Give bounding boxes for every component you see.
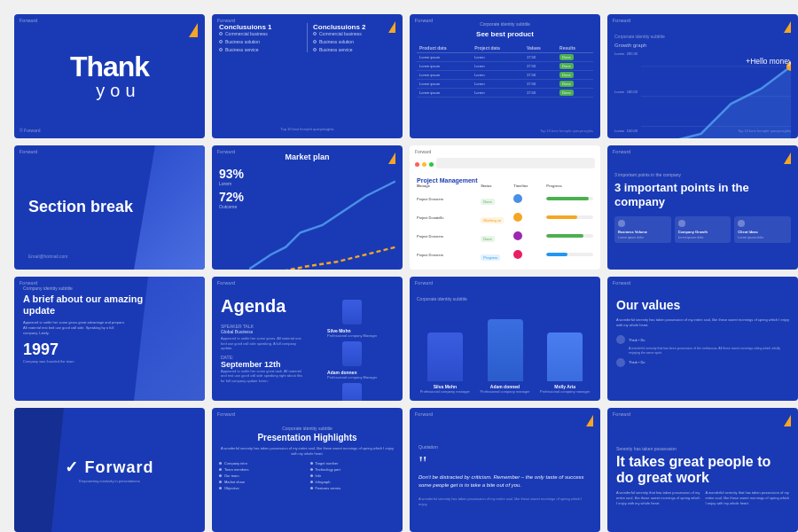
point-label: Business Volume	[618, 230, 668, 234]
concl-item: Business solution	[219, 39, 301, 44]
concl-dot	[219, 40, 223, 43]
great-content: Serenity has taken possession It takes g…	[616, 446, 789, 506]
point-item: Company Growth Lorem ipsum dolor	[675, 216, 732, 243]
col-values: Values	[524, 43, 557, 53]
slide-brand-1: Forward	[20, 18, 37, 23]
list-item: Target number	[310, 461, 396, 466]
pm-project-name: Project Donatello	[417, 215, 479, 220]
concl-item: Commercial business	[313, 31, 395, 36]
slide-graph[interactable]: Forward Corporate identity subtitle Grow…	[607, 14, 798, 138]
pm-title: Project Management	[417, 177, 593, 184]
pm-avatars	[513, 213, 544, 222]
product-subtitle: Corporate identity subtitle	[417, 21, 593, 27]
slide-team[interactable]: Forward Corporate identity subtitle Silv…	[410, 277, 600, 401]
agenda-speakers: Silve Mohn Professional company Manager …	[311, 296, 395, 392]
slide-brand-15: Forward	[415, 411, 433, 417]
graph-label-item: Lorem180,00	[614, 90, 638, 94]
pm-dot-red	[415, 162, 419, 167]
list-item: Company intro	[219, 461, 305, 466]
slide-agenda[interactable]: Forward Agenda Speaker Talk Global Busin…	[212, 277, 403, 401]
status-badge: Done	[481, 236, 495, 242]
speaker-avatar	[342, 300, 362, 325]
slide-3points[interactable]: Forward 3 important points in the compan…	[607, 145, 798, 270]
highlight-text: Features serves	[316, 486, 341, 490]
status-badge: Progress	[481, 254, 500, 261]
list-item: Infograph	[310, 480, 396, 484]
speaker-card: Silve Mohn Professional company Manager	[311, 300, 395, 338]
triangle-decoration-1	[189, 23, 198, 37]
concl-item: Business solution	[313, 39, 395, 44]
list-dot	[219, 462, 222, 465]
slide-values[interactable]: Forward Our values A wonderful serenity …	[607, 277, 798, 401]
slide-brand-11: Forward	[415, 280, 433, 286]
market-stats: 93% Lorem 72% Outcome	[219, 167, 244, 270]
status-badge: Done	[559, 90, 574, 96]
points-subtitle: 3 important points in the company	[614, 172, 791, 177]
member-image	[488, 319, 523, 381]
list-dot	[310, 474, 313, 477]
member-image	[547, 332, 583, 381]
market-stat-2: 72% Outcome	[219, 190, 244, 209]
avatar	[513, 194, 522, 203]
slide-pm[interactable]: Forward Project Management Manage Status…	[410, 145, 600, 270]
avatar	[513, 250, 522, 259]
slide-market[interactable]: Forward Market plan 93% Lorem 72% Outcom…	[212, 145, 403, 270]
table-row: Project Donorem Progress	[417, 246, 593, 262]
status-badge: Done	[559, 54, 574, 60]
member-role: Professional company manager	[420, 389, 470, 394]
slide-thank-you[interactable]: Forward Thank you © Forward	[14, 14, 205, 138]
slide-greatpeople[interactable]: Forward Serenity has taken possession It…	[607, 408, 798, 532]
pm-project-name: Project Donorem	[417, 253, 479, 257]
avatar	[513, 231, 522, 240]
speaker-avatar	[342, 383, 362, 401]
table-row: Project Donorem Done	[417, 191, 593, 207]
table-row: Project Donatello Working on	[417, 209, 593, 225]
highlight-text: Company intro	[224, 461, 247, 466]
list-dot	[219, 481, 222, 483]
product-title: See best product	[417, 30, 593, 38]
speaker-card: Molly Aria Professional company Manager	[311, 383, 395, 401]
slide-product[interactable]: Forward Corporate identity subtitle See …	[410, 14, 600, 138]
quote-source: A wonderful serenity has taken possessio…	[419, 497, 591, 506]
concl-item: Business service	[313, 47, 395, 52]
team-members: Silva Mohn Professional company manager …	[417, 307, 593, 394]
concl-divider	[307, 23, 308, 52]
list-dot	[310, 468, 313, 471]
team-subtitle: Corporate identity subtitle	[417, 296, 593, 301]
slide-conclusions[interactable]: Forward Conclusuions 1 Commercial busine…	[212, 14, 403, 138]
market-title: Market plan	[219, 153, 395, 161]
point-item: Client Ideas Lorem ipsum dolor	[734, 216, 791, 243]
slides-grid: Forward Thank you © Forward Forward Conc…	[0, 0, 798, 532]
slide-company[interactable]: Forward Company identity subtitle A brie…	[14, 277, 205, 401]
highlights-content: Corporate identity subtitle Presentation…	[219, 426, 395, 492]
slide-brand-5: Forward	[20, 149, 37, 154]
pm-project-name: Project Donorem	[417, 197, 479, 201]
highlights-col-2: Target number Technology part Info Infog…	[310, 461, 396, 492]
highlight-text: Market share	[224, 480, 245, 484]
highlight-text: Target number	[316, 461, 339, 466]
speaker-role: Professional company Manager	[327, 375, 377, 379]
slide-brand-10: Forward	[217, 280, 235, 286]
thank-heading: Thank	[70, 52, 149, 81]
team-member: Adam donned Professional company manager	[477, 319, 534, 394]
quote-mark: "	[419, 452, 591, 473]
pm-avatars	[513, 231, 544, 240]
status-badge: Done	[559, 63, 574, 69]
agenda-date: Date: September 12th Appeared to settle …	[221, 355, 304, 384]
slide-highlights[interactable]: Forward Corporate identity subtitle Pres…	[212, 408, 403, 532]
agenda-layout: Agenda Speaker Talk Global Business Appe…	[221, 286, 394, 392]
concl-footer: Top 10 best formpht queryinsights	[212, 127, 403, 131]
agenda-date-value: September 12th	[221, 360, 304, 369]
slide-forward[interactable]: ✓ Forward Empowering creativity in prese…	[14, 408, 205, 532]
section-collage	[134, 145, 205, 270]
triangle-2	[388, 21, 395, 33]
col-results: Results	[557, 43, 593, 53]
slide-section-break[interactable]: Forward Section break Email@hotmail.com	[14, 145, 205, 270]
concl-title-2: Conclusuions 2	[313, 23, 395, 31]
you-heading: you	[88, 81, 149, 101]
slide-brand-8: Forward	[613, 149, 630, 154]
points-list: Business Volume Lorem ipsum dolor Compan…	[614, 216, 791, 243]
graph-label-item: Lorem150,00	[614, 129, 638, 133]
great-subtitle: Serenity has taken possession	[616, 446, 789, 451]
slide-quote[interactable]: Forward Quotation " Don't be distracted …	[410, 408, 600, 532]
